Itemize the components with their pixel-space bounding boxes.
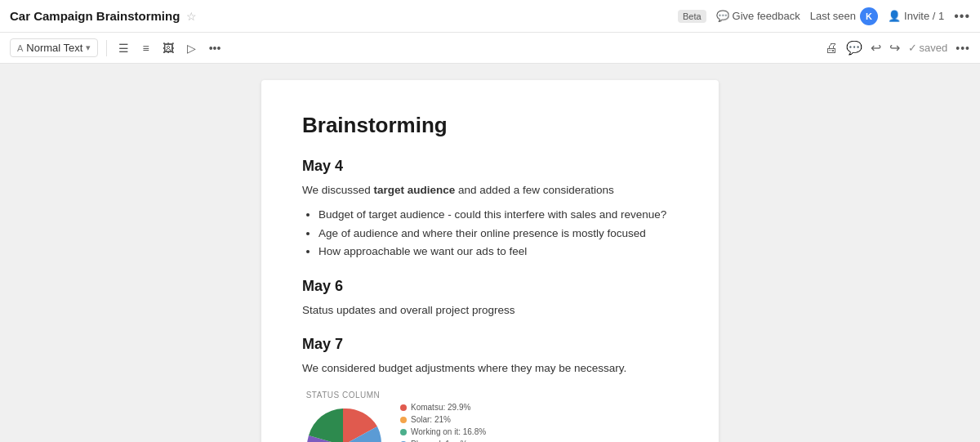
legend-item: Working on it: 16.8%: [400, 427, 493, 436]
document-heading: Brainstorming: [302, 113, 678, 138]
feedback-icon: 💬: [716, 10, 729, 22]
bullet-list-may4: Budget of target audience - could this i…: [318, 206, 678, 262]
more-toolbar-icon[interactable]: •••: [206, 40, 225, 56]
top-bar: Car Campaign Brainstorming ☆ Beta 💬 Give…: [0, 0, 980, 33]
last-seen: Last seen K: [810, 7, 878, 25]
redo-icon[interactable]: ↪: [889, 40, 900, 56]
print-icon[interactable]: 🖨: [825, 41, 838, 56]
comment-icon[interactable]: 💬: [846, 40, 862, 56]
chart-legend: Komatsu: 29.9% Solar: 21% Working on it:…: [400, 403, 493, 442]
person-icon: 👤: [888, 10, 901, 22]
chevron-down-icon: ▾: [86, 42, 91, 53]
legend-dot: [400, 429, 407, 435]
feedback-button[interactable]: 💬 Give feedback: [716, 10, 800, 22]
section-intro-may4: We discussed target audience and added a…: [302, 181, 678, 199]
section-date-may6: May 6: [302, 278, 678, 295]
section-date-may4: May 4: [302, 158, 678, 175]
list-item: Budget of target audience - could this i…: [318, 206, 678, 225]
legend-dot: [400, 417, 407, 423]
embed-icon[interactable]: ▷: [184, 40, 199, 56]
top-bar-right: Beta 💬 Give feedback Last seen K 👤 Invit…: [678, 7, 970, 25]
text-style-select[interactable]: A Normal Text ▾: [10, 38, 98, 57]
bullet-list-icon[interactable]: ☰: [115, 40, 132, 56]
toolbar-right: 🖨 💬 ↩ ↪ ✓ saved •••: [825, 40, 970, 56]
saved-status: ✓ saved: [908, 42, 948, 54]
legend-label: Working on it: 16.8%: [411, 427, 486, 436]
beta-badge: Beta: [678, 10, 706, 23]
numbered-list-icon[interactable]: ≡: [139, 40, 152, 56]
list-item: How approachable we want our ads to feel: [318, 243, 678, 261]
bold-target-audience: target audience: [374, 184, 456, 196]
toolbar-separator: [106, 40, 107, 56]
document-title: Car Campaign Brainstorming: [10, 9, 180, 23]
text-format-icon: A: [17, 43, 23, 53]
section-date-may7: May 7: [302, 336, 678, 353]
section-text-may6: Status updates and overall project progr…: [302, 301, 678, 319]
invite-button[interactable]: 👤 Invite / 1: [888, 10, 944, 22]
toolbar-left: A Normal Text ▾ ☰ ≡ 🖼 ▷ •••: [10, 38, 224, 57]
undo-icon[interactable]: ↩: [871, 40, 881, 56]
chart-title: STATUS COLUMN: [306, 391, 381, 400]
feedback-label: Give feedback: [733, 10, 800, 22]
section-text-may7: We considered budget adjustments where t…: [302, 359, 678, 377]
more-options-button[interactable]: •••: [954, 9, 970, 24]
invite-label: Invite / 1: [904, 10, 944, 22]
star-icon[interactable]: ☆: [186, 10, 197, 23]
last-seen-label: Last seen: [810, 10, 856, 22]
chart-container: STATUS COLUMN: [302, 391, 678, 442]
checkmark-icon: ✓: [908, 42, 917, 54]
toolbar: A Normal Text ▾ ☰ ≡ 🖼 ▷ ••• 🖨 💬 ↩ ↪ ✓ sa…: [0, 33, 980, 64]
saved-label: saved: [920, 42, 948, 54]
legend-label: Komatsu: 29.9%: [411, 403, 470, 412]
document-page: Brainstorming May 4 We discussed target …: [261, 80, 719, 442]
legend-item: Komatsu: 29.9%: [400, 403, 493, 412]
top-bar-left: Car Campaign Brainstorming ☆: [10, 9, 197, 23]
list-item: Age of audience and where their online p…: [318, 225, 678, 243]
legend-label: Solar: 21%: [411, 415, 451, 424]
text-style-label: Normal Text: [26, 42, 82, 54]
pie-chart: [302, 404, 384, 442]
avatar: K: [860, 7, 878, 25]
pie-chart-wrapper: STATUS COLUMN: [302, 391, 384, 442]
image-icon[interactable]: 🖼: [159, 40, 177, 56]
main-area: Brainstorming May 4 We discussed target …: [0, 64, 980, 442]
legend-item: Solar: 21%: [400, 415, 493, 424]
legend-dot: [400, 404, 407, 411]
more-page-options[interactable]: •••: [956, 42, 970, 55]
